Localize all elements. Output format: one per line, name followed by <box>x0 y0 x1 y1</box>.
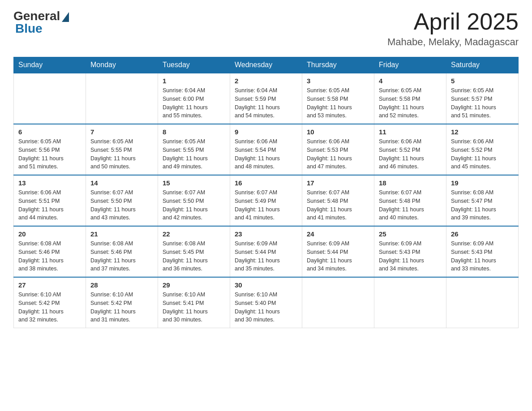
calendar-cell: 13Sunrise: 6:06 AM Sunset: 5:51 PM Dayli… <box>14 175 86 226</box>
calendar-cell <box>374 277 446 328</box>
calendar-week-row: 20Sunrise: 6:08 AM Sunset: 5:46 PM Dayli… <box>14 226 519 277</box>
day-info: Sunrise: 6:05 AM Sunset: 5:58 PM Dayligh… <box>307 86 369 120</box>
title-block: April 2025 Mahabe, Melaky, Madagascar <box>387 9 519 48</box>
calendar-cell: 5Sunrise: 6:05 AM Sunset: 5:57 PM Daylig… <box>446 73 519 124</box>
day-info: Sunrise: 6:08 AM Sunset: 5:45 PM Dayligh… <box>163 240 225 273</box>
day-number: 20 <box>18 230 81 238</box>
day-number: 28 <box>90 281 153 289</box>
day-number: 1 <box>163 77 225 85</box>
calendar-table: SundayMondayTuesdayWednesdayThursdayFrid… <box>13 57 519 328</box>
day-info: Sunrise: 6:05 AM Sunset: 5:55 PM Dayligh… <box>90 137 153 171</box>
day-info: Sunrise: 6:10 AM Sunset: 5:41 PM Dayligh… <box>163 291 225 324</box>
day-info: Sunrise: 6:09 AM Sunset: 5:43 PM Dayligh… <box>379 240 442 273</box>
calendar-cell: 19Sunrise: 6:08 AM Sunset: 5:47 PM Dayli… <box>446 175 519 226</box>
calendar-cell: 3Sunrise: 6:05 AM Sunset: 5:58 PM Daylig… <box>302 73 374 124</box>
logo-triangle-icon <box>62 12 69 22</box>
calendar-cell: 1Sunrise: 6:04 AM Sunset: 6:00 PM Daylig… <box>158 73 230 124</box>
day-number: 15 <box>163 179 225 187</box>
day-info: Sunrise: 6:04 AM Sunset: 5:59 PM Dayligh… <box>235 86 297 120</box>
day-info: Sunrise: 6:05 AM Sunset: 5:56 PM Dayligh… <box>18 137 81 171</box>
day-number: 6 <box>18 128 81 136</box>
day-number: 27 <box>18 281 81 289</box>
calendar-cell <box>446 277 519 328</box>
calendar-cell: 29Sunrise: 6:10 AM Sunset: 5:41 PM Dayli… <box>158 277 230 328</box>
page-header: General Blue April 2025 Mahabe, Melaky, … <box>13 9 519 48</box>
calendar-cell: 18Sunrise: 6:07 AM Sunset: 5:48 PM Dayli… <box>374 175 446 226</box>
day-number: 19 <box>451 179 514 187</box>
location-title: Mahabe, Melaky, Madagascar <box>387 36 519 48</box>
day-info: Sunrise: 6:05 AM Sunset: 5:57 PM Dayligh… <box>451 86 514 120</box>
day-info: Sunrise: 6:06 AM Sunset: 5:52 PM Dayligh… <box>379 137 442 171</box>
calendar-week-row: 27Sunrise: 6:10 AM Sunset: 5:42 PM Dayli… <box>14 277 519 328</box>
calendar-cell: 14Sunrise: 6:07 AM Sunset: 5:50 PM Dayli… <box>86 175 158 226</box>
day-number: 5 <box>451 77 514 85</box>
calendar-cell: 21Sunrise: 6:08 AM Sunset: 5:46 PM Dayli… <box>86 226 158 277</box>
day-info: Sunrise: 6:07 AM Sunset: 5:50 PM Dayligh… <box>90 188 153 222</box>
day-number: 12 <box>451 128 514 136</box>
day-info: Sunrise: 6:10 AM Sunset: 5:42 PM Dayligh… <box>18 291 81 324</box>
day-info: Sunrise: 6:05 AM Sunset: 5:55 PM Dayligh… <box>163 137 225 171</box>
day-number: 17 <box>307 179 369 187</box>
day-info: Sunrise: 6:04 AM Sunset: 6:00 PM Dayligh… <box>163 86 225 120</box>
calendar-cell: 22Sunrise: 6:08 AM Sunset: 5:45 PM Dayli… <box>158 226 230 277</box>
calendar-cell: 28Sunrise: 6:10 AM Sunset: 5:42 PM Dayli… <box>86 277 158 328</box>
calendar-cell: 12Sunrise: 6:06 AM Sunset: 5:52 PM Dayli… <box>446 124 519 175</box>
day-number: 24 <box>307 230 369 238</box>
calendar-header-row: SundayMondayTuesdayWednesdayThursdayFrid… <box>14 57 519 73</box>
calendar-cell: 27Sunrise: 6:10 AM Sunset: 5:42 PM Dayli… <box>14 277 86 328</box>
calendar-cell: 9Sunrise: 6:06 AM Sunset: 5:54 PM Daylig… <box>230 124 302 175</box>
calendar-cell: 16Sunrise: 6:07 AM Sunset: 5:49 PM Dayli… <box>230 175 302 226</box>
day-info: Sunrise: 6:10 AM Sunset: 5:40 PM Dayligh… <box>235 291 297 324</box>
calendar-cell: 26Sunrise: 6:09 AM Sunset: 5:43 PM Dayli… <box>446 226 519 277</box>
logo-blue-text: Blue <box>13 21 43 36</box>
calendar-week-row: 1Sunrise: 6:04 AM Sunset: 6:00 PM Daylig… <box>14 73 519 124</box>
calendar-header-thursday: Thursday <box>302 57 374 73</box>
day-info: Sunrise: 6:07 AM Sunset: 5:50 PM Dayligh… <box>163 188 225 222</box>
calendar-header-saturday: Saturday <box>446 57 519 73</box>
logo: General Blue <box>13 9 69 36</box>
day-info: Sunrise: 6:08 AM Sunset: 5:46 PM Dayligh… <box>18 240 81 273</box>
calendar-cell: 25Sunrise: 6:09 AM Sunset: 5:43 PM Dayli… <box>374 226 446 277</box>
day-number: 14 <box>90 179 153 187</box>
day-number: 26 <box>451 230 514 238</box>
day-info: Sunrise: 6:10 AM Sunset: 5:42 PM Dayligh… <box>90 291 153 324</box>
calendar-cell: 6Sunrise: 6:05 AM Sunset: 5:56 PM Daylig… <box>14 124 86 175</box>
day-number: 10 <box>307 128 369 136</box>
calendar-header-wednesday: Wednesday <box>230 57 302 73</box>
day-info: Sunrise: 6:09 AM Sunset: 5:44 PM Dayligh… <box>307 240 369 273</box>
day-info: Sunrise: 6:07 AM Sunset: 5:48 PM Dayligh… <box>379 188 442 222</box>
calendar-header-tuesday: Tuesday <box>158 57 230 73</box>
calendar-cell: 2Sunrise: 6:04 AM Sunset: 5:59 PM Daylig… <box>230 73 302 124</box>
day-number: 21 <box>90 230 153 238</box>
day-info: Sunrise: 6:06 AM Sunset: 5:53 PM Dayligh… <box>307 137 369 171</box>
day-info: Sunrise: 6:09 AM Sunset: 5:44 PM Dayligh… <box>235 240 297 273</box>
day-info: Sunrise: 6:09 AM Sunset: 5:43 PM Dayligh… <box>451 240 514 273</box>
day-number: 18 <box>379 179 442 187</box>
calendar-cell <box>14 73 86 124</box>
day-number: 2 <box>235 77 297 85</box>
day-number: 29 <box>163 281 225 289</box>
calendar-cell: 24Sunrise: 6:09 AM Sunset: 5:44 PM Dayli… <box>302 226 374 277</box>
calendar-cell: 15Sunrise: 6:07 AM Sunset: 5:50 PM Dayli… <box>158 175 230 226</box>
calendar-cell: 23Sunrise: 6:09 AM Sunset: 5:44 PM Dayli… <box>230 226 302 277</box>
day-info: Sunrise: 6:06 AM Sunset: 5:54 PM Dayligh… <box>235 137 297 171</box>
calendar-header-friday: Friday <box>374 57 446 73</box>
calendar-cell: 17Sunrise: 6:07 AM Sunset: 5:48 PM Dayli… <box>302 175 374 226</box>
calendar-cell <box>86 73 158 124</box>
calendar-cell: 11Sunrise: 6:06 AM Sunset: 5:52 PM Dayli… <box>374 124 446 175</box>
calendar-cell: 30Sunrise: 6:10 AM Sunset: 5:40 PM Dayli… <box>230 277 302 328</box>
day-number: 8 <box>163 128 225 136</box>
calendar-cell: 7Sunrise: 6:05 AM Sunset: 5:55 PM Daylig… <box>86 124 158 175</box>
day-number: 25 <box>379 230 442 238</box>
calendar-cell: 4Sunrise: 6:05 AM Sunset: 5:58 PM Daylig… <box>374 73 446 124</box>
day-info: Sunrise: 6:07 AM Sunset: 5:48 PM Dayligh… <box>307 188 369 222</box>
day-info: Sunrise: 6:06 AM Sunset: 5:52 PM Dayligh… <box>451 137 514 171</box>
calendar-week-row: 13Sunrise: 6:06 AM Sunset: 5:51 PM Dayli… <box>14 175 519 226</box>
calendar-header-monday: Monday <box>86 57 158 73</box>
day-number: 9 <box>235 128 297 136</box>
calendar-cell: 8Sunrise: 6:05 AM Sunset: 5:55 PM Daylig… <box>158 124 230 175</box>
day-number: 13 <box>18 179 81 187</box>
day-number: 23 <box>235 230 297 238</box>
day-number: 11 <box>379 128 442 136</box>
day-number: 16 <box>235 179 297 187</box>
